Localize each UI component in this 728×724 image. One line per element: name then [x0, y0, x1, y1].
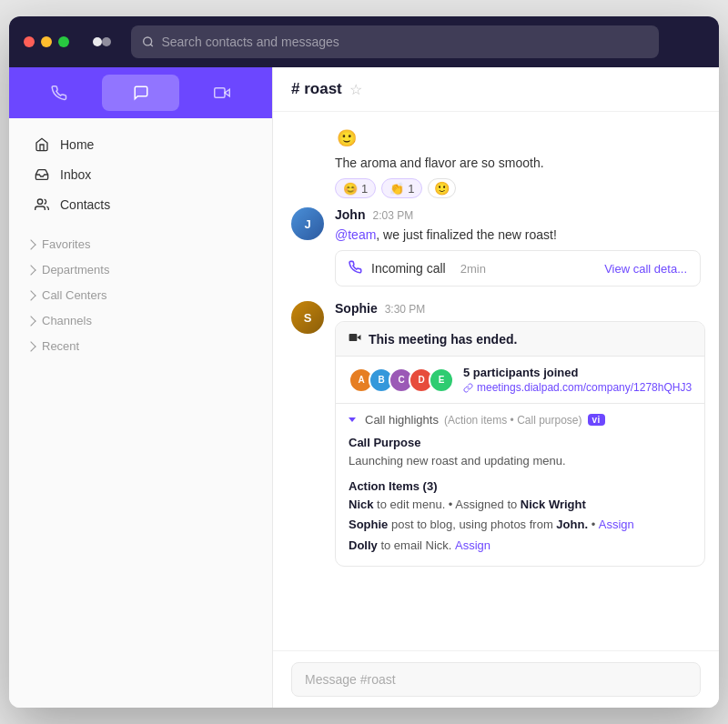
meeting-link-text: meetings.dialpad.com/company/1278hQHJ3: [477, 381, 692, 394]
mention-team: @team: [335, 227, 376, 242]
reaction-clap-count: 1: [408, 182, 414, 196]
action-item-3: Dolly to email Nick. Assign: [349, 537, 692, 555]
sidebar-section-departments[interactable]: Departments: [9, 257, 272, 282]
sidebar-menu: Home Inbox Contacts Favo: [9, 118, 272, 708]
participants-count: 5 participants joined: [463, 366, 692, 379]
channel-name: # roast: [291, 80, 342, 98]
chevron-down-icon: [349, 417, 356, 422]
chevron-favorites-icon: [25, 239, 35, 249]
message-text-1: The aroma and flavor are so smooth.: [335, 154, 701, 173]
meeting-link[interactable]: meetings.dialpad.com/company/1278hQHJ3: [463, 381, 692, 394]
reaction-smile-emoji: 😊: [343, 182, 358, 196]
message-time-sophie: 3:30 PM: [385, 303, 426, 316]
search-input[interactable]: [161, 35, 648, 49]
tab-video[interactable]: [183, 75, 261, 111]
message-group-john: J John 2:03 PM @team, we just finalized …: [291, 207, 701, 287]
reaction-clap[interactable]: 👏 1: [381, 178, 422, 198]
message-header-john: John 2:03 PM: [335, 207, 701, 222]
call-card-icon: [349, 260, 362, 277]
call-purpose-text: Launching new roast and updating menu.: [349, 452, 692, 470]
message-input[interactable]: Message #roast: [291, 662, 701, 697]
sidebar-section-recent[interactable]: Recent: [9, 334, 272, 358]
svg-marker-6: [357, 335, 360, 340]
message-text-john: @team, we just finalized the new roast!: [335, 226, 701, 245]
sidebar-callcenters-label: Call Centers: [42, 288, 107, 302]
meeting-card: This meeting has ended. A B C D E: [335, 321, 705, 567]
svg-point-2: [144, 37, 152, 45]
reaction-smile[interactable]: 😊 1: [335, 178, 376, 198]
nav-tabs: [9, 67, 272, 118]
chevron-channels-icon: [25, 316, 35, 326]
title-bar: [9, 16, 719, 67]
svg-point-1: [102, 37, 111, 46]
sidebar-item-inbox-label: Inbox: [60, 167, 91, 182]
chevron-departments-icon: [25, 265, 35, 275]
highlights-header: Call highlights (Action items • Call pur…: [349, 413, 692, 427]
sidebar-section-callcenters[interactable]: Call Centers: [9, 283, 272, 307]
chat-header: # roast ☆: [273, 67, 719, 112]
tab-phone[interactable]: [20, 75, 98, 111]
action-item-1-person: Nick: [349, 498, 373, 511]
meeting-header-row: This meeting has ended.: [336, 322, 704, 357]
call-duration: 2min: [460, 262, 486, 276]
reaction-smile-count: 1: [361, 182, 368, 196]
action-item-2-person: Sophie: [349, 518, 388, 531]
call-label: Incoming call: [371, 261, 446, 276]
app-window: Home Inbox Contacts Favo: [9, 16, 719, 708]
assign-link-sophie[interactable]: Assign: [599, 518, 634, 531]
participant-avatars: A B C D E: [349, 367, 454, 393]
sidebar-item-home[interactable]: Home: [16, 130, 265, 159]
highlights-subtitle: (Action items • Call purpose): [444, 414, 582, 427]
sidebar-channels-label: Channels: [42, 314, 92, 327]
sidebar-section-favorites[interactable]: Favorites: [9, 232, 272, 256]
view-call-details-link[interactable]: View call deta...: [604, 262, 687, 276]
sidebar-departments-label: Departments: [42, 263, 109, 277]
add-reaction-button[interactable]: 🙂: [428, 178, 456, 198]
chat-area: # roast ☆ 🙂 The aroma and flavor are so …: [273, 67, 719, 708]
highlights-section: Call highlights (Action items • Call pur…: [336, 404, 704, 566]
window-controls: [24, 36, 69, 47]
messages-container[interactable]: 🙂 The aroma and flavor are so smooth. 😊 …: [273, 112, 719, 650]
action-item-1: Nick to edit menu. • Assigned to Nick Wr…: [349, 496, 692, 515]
app-logo: [87, 27, 116, 56]
svg-marker-3: [225, 89, 229, 96]
message-content-john: John 2:03 PM @team, we just finalized th…: [335, 207, 701, 287]
chevron-recent-icon: [25, 341, 35, 351]
participants-row: A B C D E 5 participants joined: [336, 357, 704, 404]
action-item-1-assigned: Nick Wright: [521, 498, 586, 511]
call-card: Incoming call 2min View call deta...: [335, 250, 701, 287]
avatar-sophie: S: [291, 301, 324, 334]
tab-chat[interactable]: [102, 75, 180, 111]
video-icon: [349, 331, 361, 347]
message-group-sophie: S Sophie 3:30 PM: [291, 301, 701, 567]
sidebar-item-contacts[interactable]: Contacts: [16, 190, 265, 219]
star-icon[interactable]: ☆: [349, 81, 362, 98]
svg-point-5: [37, 199, 42, 204]
sidebar-recent-label: Recent: [42, 339, 79, 353]
sidebar-item-inbox[interactable]: Inbox: [16, 160, 265, 189]
main-content: Home Inbox Contacts Favo: [9, 67, 719, 708]
participants-info: 5 participants joined meetings.dialpad.c…: [463, 366, 692, 394]
vi-badge: vi: [588, 414, 605, 426]
minimize-button[interactable]: [41, 36, 52, 47]
chevron-callcenters-icon: [25, 290, 35, 300]
highlights-title: Call highlights: [365, 413, 439, 427]
message-author-sophie: Sophie: [335, 301, 378, 316]
svg-point-0: [93, 37, 102, 46]
action-item-3-person: Dolly: [349, 538, 378, 552]
emoji-reactions-1: 😊 1 👏 1 🙂: [335, 178, 701, 198]
message-header-sophie: Sophie 3:30 PM: [335, 301, 705, 316]
search-bar[interactable]: [131, 25, 659, 58]
maximize-button[interactable]: [58, 36, 69, 47]
action-items-title: Action Items (3): [349, 479, 692, 493]
sidebar-section-channels[interactable]: Channels: [9, 308, 272, 333]
message-text-john-body: , we just finalized the new roast!: [376, 227, 556, 242]
meeting-ended-text: This meeting has ended.: [369, 332, 517, 347]
action-item-2-from: John.: [556, 518, 588, 531]
message-input-bar: Message #roast: [273, 650, 719, 708]
sidebar-item-contacts-label: Contacts: [60, 197, 110, 212]
action-item-2: Sophie post to blog, using photos from J…: [349, 516, 692, 535]
close-button[interactable]: [24, 36, 35, 47]
emoji-react-button[interactable]: 🙂: [335, 126, 359, 150]
assign-link-dolly[interactable]: Assign: [455, 538, 490, 552]
